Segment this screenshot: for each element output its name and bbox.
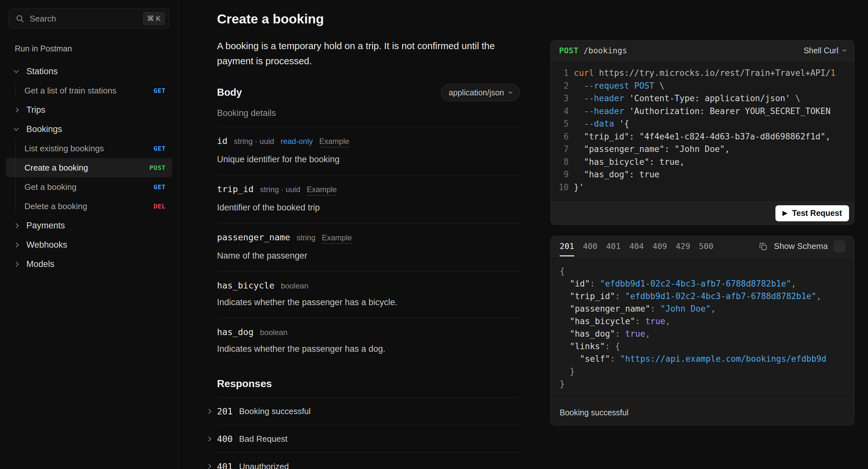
code-line: "has_dog": true,	[560, 328, 854, 340]
line-number: 3	[551, 92, 569, 105]
responses-list: 201 Booking successful 400 Bad Request 4…	[217, 397, 520, 469]
sidebar-group-models[interactable]: Models	[0, 255, 178, 274]
sidebar-item-label: Get a list of train stations	[25, 86, 116, 96]
sidebar-item-get-booking[interactable]: Get a booking GET	[6, 177, 172, 197]
response-row-400[interactable]: 400 Bad Request	[217, 425, 520, 453]
test-request-label: Test Request	[792, 208, 842, 218]
code-line: 2 --request POST \	[551, 80, 854, 93]
code-line: "passenger_name": "John Doe",	[560, 303, 854, 315]
sidebar-group-label: Bookings	[26, 124, 62, 134]
sidebar-group-label: Webhooks	[26, 240, 67, 250]
code-line: "has_bicycle": true,	[560, 315, 854, 328]
code-line: 3 --header 'Content-Type: application/js…	[551, 92, 854, 105]
sidebar-item-create-booking[interactable]: Create a booking POST	[6, 158, 172, 177]
response-tab-409[interactable]: 409	[653, 236, 667, 256]
response-tab-201[interactable]: 201	[560, 236, 574, 256]
body-section-heading: Body	[217, 87, 242, 98]
field-type: boolean	[281, 281, 308, 291]
page-title: Create a booking	[217, 11, 520, 27]
response-code: 401	[217, 462, 233, 469]
sidebar-group-payments[interactable]: Payments	[0, 216, 178, 235]
field-type: string · uuid	[260, 185, 300, 194]
sidebar-children-stations: Get a list of train stations GET	[0, 81, 178, 100]
line-number: 9	[551, 168, 569, 181]
response-json-block: { "id": "efdbb9d1-02c2-4bc3-afb7-6788d87…	[551, 257, 854, 400]
field-description: Name of the passenger	[217, 251, 520, 261]
field-description: Indicates whether the passenger has a do…	[217, 344, 520, 354]
code-line: 9 "has_dog": true	[551, 168, 854, 181]
chevron-down-icon	[12, 70, 20, 73]
response-tab-400[interactable]: 400	[583, 236, 597, 256]
line-number: 8	[551, 156, 569, 169]
line-number: 4	[551, 105, 569, 118]
api-docs-app: Search ⌘ K Run in Postman Stations Get a…	[0, 0, 868, 469]
response-tab-500[interactable]: 500	[699, 236, 713, 256]
sidebar-group-trips[interactable]: Trips	[0, 100, 178, 120]
content-type-dropdown[interactable]: application/json	[441, 84, 520, 101]
sidebar-group-label: Models	[26, 259, 54, 269]
response-tab-404[interactable]: 404	[629, 236, 644, 256]
code-line: "id": "efdbb9d1-02c2-4bc3-afb7-6788d8782…	[560, 277, 854, 290]
field-example-link[interactable]: Example	[319, 137, 349, 147]
response-tab-401[interactable]: 401	[606, 236, 620, 256]
chevron-right-icon	[12, 108, 20, 112]
chevron-right-icon	[12, 243, 20, 247]
show-schema-toggle[interactable]	[834, 241, 845, 252]
field-example-link[interactable]: Example	[307, 185, 337, 196]
sidebar-nav: Stations Get a list of train stations GE…	[0, 62, 178, 274]
code-line: 7 "passenger_name": "John Doe",	[551, 143, 854, 156]
method-badge-get: GET	[153, 144, 165, 152]
test-request-button[interactable]: ▶ Test Request	[775, 205, 849, 221]
sidebar-group-webhooks[interactable]: Webhooks	[0, 235, 178, 255]
content-type-value: application/json	[449, 88, 504, 97]
response-example-panel: 201 400 401 404 409 429 500	[550, 236, 855, 425]
field-name: has_bicycle	[217, 280, 275, 291]
line-number: 1	[551, 67, 569, 80]
field-type: string	[297, 233, 316, 242]
code-line: 1curl https://try.microcks.io/rest/Train…	[551, 67, 854, 80]
method-badge-post: POST	[150, 164, 165, 171]
search-input[interactable]: Search ⌘ K	[9, 9, 169, 29]
responses-heading: Responses	[217, 378, 520, 390]
response-label: Unauthorized	[239, 462, 289, 469]
sidebar-item-get-train-stations[interactable]: Get a list of train stations GET	[6, 81, 172, 100]
chevron-right-icon	[207, 436, 211, 442]
sidebar-item-label: Delete a booking	[25, 201, 87, 211]
line-number: 6	[551, 130, 569, 143]
field-row-has-bicycle: has_bicycle boolean Indicates whether th…	[217, 271, 520, 318]
code-line: 6 "trip_id": "4f4e4e1-c824-4d63-b37a-d8d…	[551, 130, 854, 143]
sidebar-group-stations[interactable]: Stations	[0, 62, 178, 81]
field-row-id: id string · uuid read-only Example Uniqu…	[217, 127, 520, 175]
field-name: has_dog	[217, 327, 254, 337]
run-in-postman-link[interactable]: Run in Postman	[15, 44, 169, 53]
sidebar-item-delete-booking[interactable]: Delete a booking DEL	[6, 197, 172, 216]
sidebar-group-bookings[interactable]: Bookings	[0, 120, 178, 139]
response-row-201[interactable]: 201 Booking successful	[217, 397, 520, 425]
line-number: 7	[551, 143, 569, 156]
code-line: "links": {	[560, 340, 854, 353]
code-line: "self": "https://api.example.com/booking…	[560, 353, 854, 365]
sidebar-item-list-bookings[interactable]: List existing bookings GET	[6, 139, 172, 158]
request-method: POST	[559, 46, 578, 55]
response-label: Bad Request	[239, 434, 287, 444]
search-placeholder: Search	[30, 14, 143, 24]
field-name: trip_id	[217, 184, 254, 194]
code-line: }	[560, 365, 854, 378]
sidebar-item-label: Get a booking	[25, 182, 76, 192]
response-row-401[interactable]: 401 Unauthorized	[217, 453, 520, 469]
copy-icon[interactable]	[758, 241, 768, 251]
field-row-passenger-name: passenger_name string Example Name of th…	[217, 223, 520, 271]
search-shortcut-badge: ⌘ K	[143, 12, 165, 25]
field-list: id string · uuid read-only Example Uniqu…	[217, 127, 520, 364]
field-example-link[interactable]: Example	[322, 233, 352, 244]
response-code: 201	[217, 406, 233, 416]
code-line: 8 "has_bicycle": true,	[551, 156, 854, 169]
field-name: id	[217, 136, 227, 146]
response-tab-429[interactable]: 429	[676, 236, 690, 256]
field-row-trip-id: trip_id string · uuid Example Identifier…	[217, 175, 520, 223]
chevron-down-icon	[842, 47, 846, 52]
request-example-panel: POST /bookings Shell Curl 1curl https://…	[550, 40, 855, 225]
sidebar-item-label: Create a booking	[25, 163, 88, 173]
language-dropdown[interactable]: Shell Curl	[804, 46, 846, 55]
body-subtitle: Booking details	[217, 108, 520, 118]
